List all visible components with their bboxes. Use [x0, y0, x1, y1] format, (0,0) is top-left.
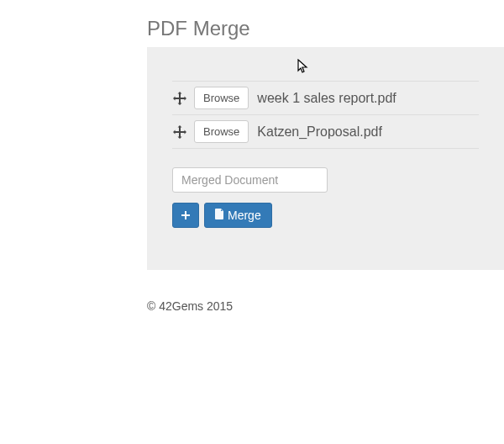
merge-panel: Browse week 1 sales report.pdf Browse Ka… [147, 47, 504, 270]
drag-handle-icon[interactable] [172, 124, 187, 140]
footer-text: © 42Gems 2015 [147, 299, 504, 313]
page-title: PDF Merge [147, 17, 504, 40]
add-file-button[interactable] [172, 203, 199, 228]
file-pdf-icon [215, 209, 224, 222]
svg-rect-1 [181, 214, 190, 216]
browse-button[interactable]: Browse [194, 120, 249, 143]
plus-icon [181, 209, 190, 222]
merge-button-label: Merge [228, 209, 261, 222]
action-row: Merge [172, 203, 479, 228]
file-row: Browse week 1 sales report.pdf [172, 81, 479, 114]
browse-button[interactable]: Browse [194, 87, 249, 109]
filename-label: Katzen_Proposal.pdf [257, 124, 382, 140]
drag-handle-icon[interactable] [172, 91, 187, 106]
output-filename-input[interactable] [172, 167, 328, 193]
file-row: Browse Katzen_Proposal.pdf [172, 114, 479, 149]
file-list: Browse week 1 sales report.pdf Browse Ka… [172, 81, 479, 149]
filename-label: week 1 sales report.pdf [257, 91, 396, 106]
merge-button[interactable]: Merge [204, 203, 272, 228]
